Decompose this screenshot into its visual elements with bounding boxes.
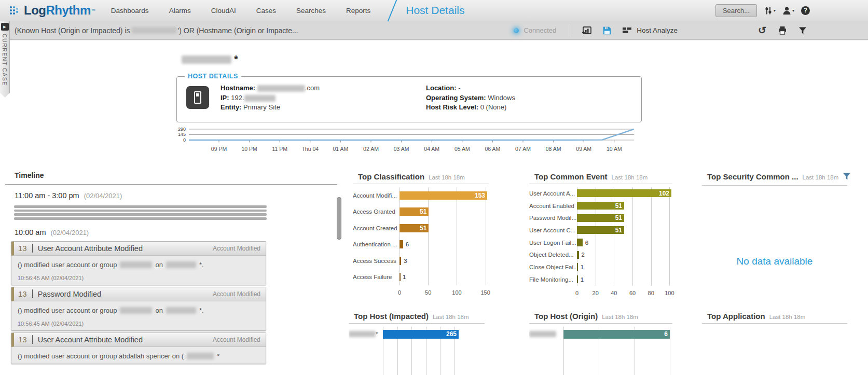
logo-dots-icon [9, 6, 19, 15]
main-nav: Dashboards Alarms CloudAI Cases Searches… [111, 7, 370, 15]
timeline-event-card[interactable]: 13User Account Attribute ModifiedAccount… [11, 332, 266, 364]
location-field: Location: - [426, 84, 515, 93]
category-label: Authentication ... [353, 237, 399, 253]
event-description-text: *. [199, 307, 204, 314]
time-tick-label: 09 AM [576, 146, 591, 152]
filter-icon[interactable] [798, 26, 807, 35]
redacted-text [120, 307, 152, 314]
bar[interactable]: 102 [577, 189, 671, 197]
bar[interactable]: 51 [577, 214, 624, 222]
event-classification: Account Modified [213, 336, 260, 343]
bar[interactable]: 153 [399, 191, 487, 200]
filter-settings-icon[interactable]: ▾ [764, 6, 776, 15]
connection-status: Connected [514, 26, 556, 34]
nav-item-alarms[interactable]: Alarms [169, 7, 191, 15]
bar[interactable] [577, 239, 583, 246]
host-analyze-icon [622, 26, 632, 34]
bar-row: 3 [399, 253, 487, 269]
bar[interactable]: 6 [563, 330, 670, 339]
bar[interactable]: 265 [383, 330, 459, 339]
timeline-event-card[interactable]: 13Password ModifiedAccount Modified() mo… [11, 287, 266, 331]
collapsed-event-rows[interactable] [14, 205, 267, 220]
search-button[interactable]: Search... [715, 4, 757, 17]
event-description-text: *. [199, 261, 204, 269]
y-tick-label: 0 [183, 138, 186, 143]
timeline-group: 10:00 am(02/04/2021) [15, 228, 266, 237]
help-icon[interactable]: ? [801, 6, 810, 15]
category-label: Object Deleted... [529, 248, 577, 261]
query-prefix: (Known Host (Origin or Impacted) is [15, 26, 130, 35]
redacted-label [349, 331, 376, 337]
axis-tick-label: 100 [452, 289, 461, 296]
current-case-tab[interactable]: ▶ CURRENT CASE [0, 21, 10, 98]
bar-value: 1 [403, 274, 406, 280]
event-description-text: () modified user account or group [18, 307, 117, 314]
gridline [670, 327, 670, 375]
chart-title: Top Application [707, 312, 765, 321]
divider [32, 289, 33, 298]
axis-tick-label: 40 [611, 290, 617, 296]
time-tick-label: 02 AM [363, 146, 379, 152]
timeline-scrollbar[interactable] [337, 197, 341, 240]
host-analyze-button[interactable]: Host Analyze [622, 26, 678, 34]
event-description-text: on [155, 261, 162, 269]
sparkline-x-axis: 09 PM10 PM11 PMThu 0401 AM02 AM03 AM04 A… [176, 146, 643, 153]
filter-bar-tools: Connected Host Analyze ↺ [514, 24, 807, 37]
top-nav: LogRhythm™ Dashboards Alarms CloudAI Cas… [0, 0, 868, 21]
bar[interactable] [399, 240, 403, 248]
bar[interactable]: 51 [399, 224, 429, 232]
events-sparkline[interactable]: 2901450 09 PM10 PM11 PMThu 0401 AM02 AM0… [176, 127, 643, 155]
bar-row: 265 [383, 327, 459, 341]
save-icon[interactable] [602, 26, 612, 35]
timeline-title: Timeline [15, 171, 266, 179]
nav-item-cases[interactable]: Cases [256, 7, 276, 15]
nav-item-cloudai[interactable]: CloudAI [211, 7, 236, 15]
bar[interactable] [577, 275, 578, 283]
host-analyze-label: Host Analyze [637, 26, 678, 34]
entity-field: Entity: Primary Site [221, 103, 320, 113]
category-label: User Account A... [529, 187, 577, 200]
bar[interactable]: 51 [399, 207, 429, 216]
filter-icon[interactable] [843, 172, 851, 183]
category-label: * [349, 327, 383, 341]
axis-tick-label: 50 [425, 289, 431, 296]
bar[interactable] [399, 273, 401, 281]
bar-value: 1 [581, 264, 584, 270]
bar-value: 6 [585, 240, 588, 246]
bar[interactable]: 51 [577, 226, 624, 234]
category-label: File Monitoring... [529, 273, 577, 286]
event-classification: Account Modified [213, 245, 260, 252]
timeline-event-card[interactable]: 13User Account Attribute ModifiedAccount… [11, 241, 266, 285]
event-title: User Account Attribute Modified [38, 244, 143, 253]
bar-row: 102 [577, 187, 671, 200]
nav-item-searches[interactable]: Searches [296, 7, 326, 15]
divider [32, 244, 33, 253]
axis-tick-label: 80 [648, 290, 654, 296]
bar[interactable] [577, 251, 579, 259]
redacted-text [187, 353, 214, 359]
category-label: User Account C... [529, 224, 577, 237]
logrhythm-logo[interactable]: LogRhythm™ [9, 3, 95, 18]
sparkline-y-axis: 2901450 [176, 127, 187, 143]
event-description-text: on [155, 307, 162, 314]
bar[interactable]: 51 [577, 202, 624, 210]
nav-item-reports[interactable]: Reports [346, 7, 370, 15]
host-icon [186, 86, 209, 109]
undo-icon[interactable]: ↺ [758, 26, 766, 35]
user-menu-icon[interactable]: ▾ [782, 6, 794, 15]
query-suffix: ') OR (Hostname (Origin or Impacte... [178, 26, 298, 35]
print-icon[interactable] [778, 26, 787, 35]
event-description-text: () modified user account or group abdall… [18, 352, 184, 360]
time-tick-label: Thu 04 [301, 146, 319, 152]
chart-plot: 6 [563, 327, 670, 375]
top-common-event-panel: Top Common Event Last 18h 18m User Accou… [529, 172, 672, 297]
chevron-down-icon: ▾ [792, 8, 794, 13]
top-classification-panel: Top Classification Last 18h 18m Account … [353, 172, 489, 297]
event-card-header: 13Password ModifiedAccount Modified [11, 287, 266, 301]
filter-query[interactable]: (Known Host (Origin or Impacted) is ') O… [15, 26, 298, 35]
add-widget-icon[interactable] [582, 26, 592, 35]
bar[interactable] [577, 263, 578, 271]
nav-item-dashboards[interactable]: Dashboards [111, 7, 149, 15]
bar[interactable] [399, 257, 401, 265]
event-card-header: 13User Account Attribute ModifiedAccount… [11, 333, 266, 347]
